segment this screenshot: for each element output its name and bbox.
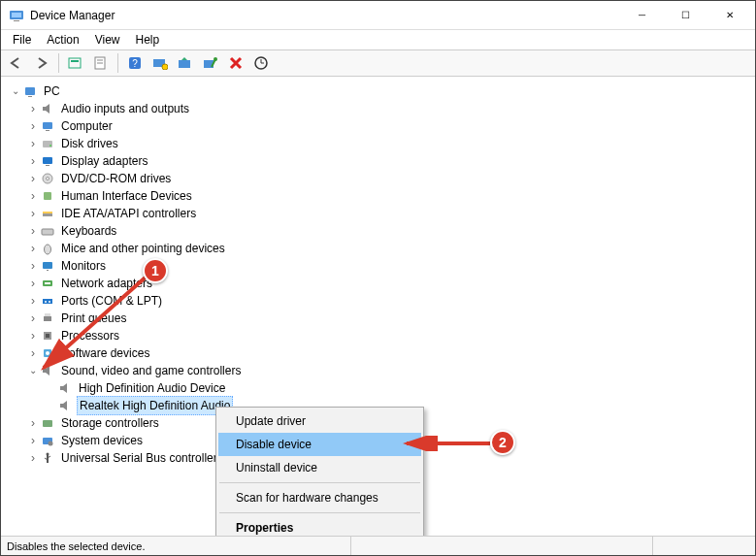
svg-rect-35	[43, 299, 52, 304]
status-cell	[350, 537, 447, 555]
scan-changes-button[interactable]	[249, 52, 273, 74]
tree-category[interactable]: Ports (COM & LPT)	[9, 292, 755, 310]
forward-button[interactable]	[30, 52, 53, 74]
svg-rect-19	[46, 130, 49, 131]
maximize-button[interactable]: ☐	[664, 2, 707, 29]
expand-arrow-icon[interactable]	[26, 432, 40, 450]
tree-device[interactable]: High Definition Audio Device	[9, 379, 755, 397]
expand-arrow-icon[interactable]	[26, 240, 40, 258]
cd-icon	[40, 171, 55, 186]
minimize-button[interactable]: ─	[620, 2, 664, 29]
properties-button[interactable]	[89, 52, 113, 74]
back-button[interactable]	[5, 52, 28, 74]
annotation-badge-2: 2	[490, 430, 515, 455]
tree-category[interactable]: Audio inputs and outputs	[9, 100, 755, 117]
context-menu-separator	[219, 512, 420, 513]
svg-rect-3	[69, 58, 81, 68]
tree-node-label: Mice and other pointing devices	[59, 240, 227, 257]
speaker-icon	[57, 380, 73, 396]
svg-point-14	[214, 57, 217, 61]
tree-category[interactable]: Monitors	[9, 257, 755, 275]
expand-arrow-icon[interactable]	[26, 222, 40, 241]
menu-action[interactable]: Action	[39, 31, 86, 49]
tree-category[interactable]: Disk drives	[9, 135, 755, 152]
context-menu-item[interactable]: Disable device	[218, 433, 421, 456]
svg-rect-4	[71, 60, 79, 62]
expand-arrow-icon[interactable]	[26, 100, 40, 118]
annotation-badge-1: 1	[143, 258, 168, 283]
speaker-icon	[57, 398, 73, 413]
tree-node-label: Realtek High Definition Audio	[77, 396, 233, 415]
speaker-icon	[40, 363, 55, 378]
expand-arrow-icon[interactable]	[26, 117, 40, 136]
svg-point-25	[47, 178, 49, 180]
tree-node-label: Disk drives	[59, 135, 120, 152]
tree-category[interactable]: Software devices	[9, 344, 755, 362]
tree-category[interactable]: IDE ATA/ATAPI controllers	[9, 205, 755, 222]
expand-arrow-icon[interactable]	[26, 275, 40, 293]
toolbar-separator	[58, 53, 59, 73]
system-icon	[40, 433, 55, 448]
tree-node-label: Universal Serial Bus controllers	[59, 449, 225, 467]
context-menu: Update driverDisable deviceUninstall dev…	[215, 407, 424, 542]
close-button[interactable]: ✕	[707, 2, 751, 29]
window-title: Device Manager	[30, 9, 620, 22]
scan-hardware-button[interactable]	[148, 52, 172, 74]
menu-file[interactable]: File	[5, 31, 39, 49]
expand-arrow-icon[interactable]	[26, 362, 40, 379]
context-menu-item[interactable]: Update driver	[218, 409, 421, 433]
menu-view[interactable]: View	[87, 31, 128, 49]
expand-arrow-icon[interactable]	[9, 82, 22, 100]
show-hidden-button[interactable]	[64, 52, 87, 74]
svg-point-46	[49, 442, 53, 446]
tree-category[interactable]: Computer	[9, 117, 755, 135]
keyboard-icon	[40, 223, 55, 239]
expand-arrow-icon[interactable]	[26, 327, 40, 345]
tree-category[interactable]: DVD/CD-ROM drives	[9, 170, 755, 187]
hid-icon	[40, 188, 55, 204]
expand-arrow-icon[interactable]	[26, 205, 40, 223]
tree-category[interactable]: Display adapters	[9, 152, 755, 170]
tree-category[interactable]: Network adapters	[9, 275, 755, 292]
storage-icon	[40, 415, 55, 431]
svg-point-11	[162, 64, 168, 70]
expand-arrow-icon[interactable]	[26, 344, 40, 363]
svg-point-30	[45, 245, 51, 254]
tree-category[interactable]: Keyboards	[9, 222, 755, 240]
context-menu-item[interactable]: Uninstall device	[218, 456, 421, 479]
uninstall-device-button[interactable]	[224, 52, 247, 74]
context-menu-separator	[219, 482, 420, 483]
expand-arrow-icon[interactable]	[26, 310, 40, 328]
tree-node-label: High Definition Audio Device	[77, 379, 227, 397]
tree-category[interactable]: Print queues	[9, 310, 755, 327]
expand-arrow-icon[interactable]	[26, 152, 40, 171]
menu-help[interactable]: Help	[128, 31, 168, 49]
context-menu-item[interactable]: Scan for hardware changes	[218, 486, 421, 509]
svg-rect-38	[44, 316, 51, 321]
toolbar: ?	[1, 49, 755, 77]
expand-arrow-icon[interactable]	[26, 257, 40, 276]
tree-category[interactable]: Mice and other pointing devices	[9, 240, 755, 257]
tree-category[interactable]: Processors	[9, 327, 755, 344]
tree-node-label: Human Interface Devices	[59, 187, 194, 205]
svg-rect-2	[14, 20, 19, 21]
expand-arrow-icon[interactable]	[26, 449, 40, 468]
computer-icon	[40, 118, 55, 134]
disable-device-button[interactable]	[199, 52, 222, 74]
expand-arrow-icon[interactable]	[26, 135, 40, 153]
tree-category[interactable]: Human Interface Devices	[9, 187, 755, 205]
svg-point-47	[47, 453, 49, 456]
update-driver-button[interactable]	[174, 52, 197, 74]
expand-arrow-icon[interactable]	[26, 170, 40, 188]
tree-root[interactable]: PC	[9, 82, 755, 100]
svg-rect-31	[43, 262, 52, 269]
expand-arrow-icon[interactable]	[26, 414, 40, 433]
expand-arrow-icon[interactable]	[26, 187, 40, 206]
tree-node-label: Network adapters	[59, 275, 154, 292]
help-button[interactable]: ?	[123, 52, 147, 74]
tree-category[interactable]: Sound, video and game controllers	[9, 362, 755, 379]
disk-icon	[40, 136, 55, 151]
expand-arrow-icon[interactable]	[26, 292, 40, 311]
titlebar: Device Manager ─ ☐ ✕	[1, 1, 755, 30]
tree-node-label: Ports (COM & LPT)	[59, 292, 164, 310]
